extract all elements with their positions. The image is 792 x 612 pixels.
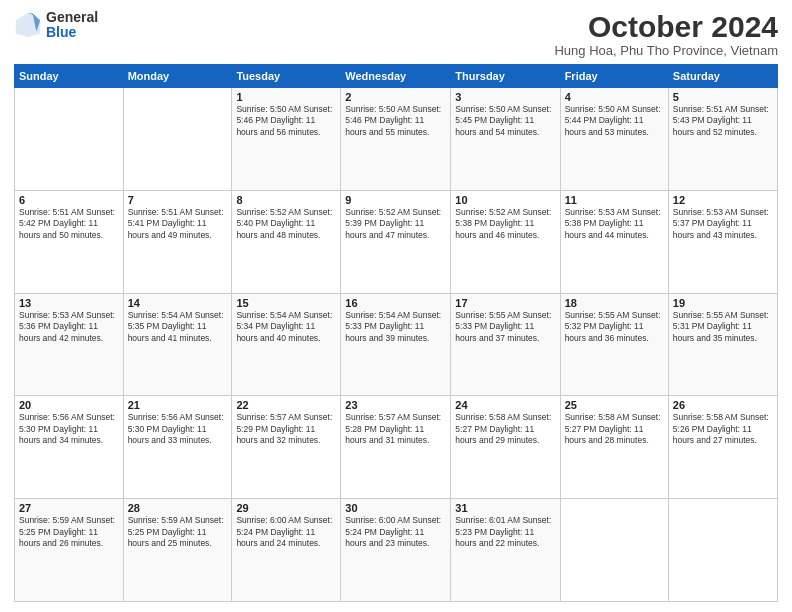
day-info: Sunrise: 5:50 AM Sunset: 5:44 PM Dayligh… (565, 104, 664, 138)
day-number: 30 (345, 502, 446, 514)
day-info: Sunrise: 6:00 AM Sunset: 5:24 PM Dayligh… (345, 515, 446, 549)
day-info: Sunrise: 5:52 AM Sunset: 5:39 PM Dayligh… (345, 207, 446, 241)
day-number: 16 (345, 297, 446, 309)
calendar-cell: 9Sunrise: 5:52 AM Sunset: 5:39 PM Daylig… (341, 190, 451, 293)
day-info: Sunrise: 5:54 AM Sunset: 5:35 PM Dayligh… (128, 310, 228, 344)
day-number: 23 (345, 399, 446, 411)
day-number: 24 (455, 399, 555, 411)
calendar-cell: 22Sunrise: 5:57 AM Sunset: 5:29 PM Dayli… (232, 396, 341, 499)
calendar-cell: 4Sunrise: 5:50 AM Sunset: 5:44 PM Daylig… (560, 88, 668, 191)
calendar-cell: 26Sunrise: 5:58 AM Sunset: 5:26 PM Dayli… (668, 396, 777, 499)
day-number: 19 (673, 297, 773, 309)
day-number: 27 (19, 502, 119, 514)
calendar-cell: 3Sunrise: 5:50 AM Sunset: 5:45 PM Daylig… (451, 88, 560, 191)
weekday-header-saturday: Saturday (668, 65, 777, 88)
day-info: Sunrise: 5:52 AM Sunset: 5:38 PM Dayligh… (455, 207, 555, 241)
calendar-cell: 16Sunrise: 5:54 AM Sunset: 5:33 PM Dayli… (341, 293, 451, 396)
calendar-cell: 23Sunrise: 5:57 AM Sunset: 5:28 PM Dayli… (341, 396, 451, 499)
calendar-cell: 12Sunrise: 5:53 AM Sunset: 5:37 PM Dayli… (668, 190, 777, 293)
calendar-cell: 1Sunrise: 5:50 AM Sunset: 5:46 PM Daylig… (232, 88, 341, 191)
day-info: Sunrise: 5:58 AM Sunset: 5:26 PM Dayligh… (673, 412, 773, 446)
day-number: 15 (236, 297, 336, 309)
day-number: 12 (673, 194, 773, 206)
day-number: 6 (19, 194, 119, 206)
calendar-cell (15, 88, 124, 191)
weekday-header-friday: Friday (560, 65, 668, 88)
day-info: Sunrise: 5:50 AM Sunset: 5:46 PM Dayligh… (236, 104, 336, 138)
calendar-cell: 13Sunrise: 5:53 AM Sunset: 5:36 PM Dayli… (15, 293, 124, 396)
calendar-cell: 25Sunrise: 5:58 AM Sunset: 5:27 PM Dayli… (560, 396, 668, 499)
month-title: October 2024 (554, 10, 778, 43)
day-number: 11 (565, 194, 664, 206)
day-number: 3 (455, 91, 555, 103)
calendar-cell: 7Sunrise: 5:51 AM Sunset: 5:41 PM Daylig… (123, 190, 232, 293)
calendar-cell: 21Sunrise: 5:56 AM Sunset: 5:30 PM Dayli… (123, 396, 232, 499)
day-number: 25 (565, 399, 664, 411)
calendar-cell: 2Sunrise: 5:50 AM Sunset: 5:46 PM Daylig… (341, 88, 451, 191)
calendar-cell: 14Sunrise: 5:54 AM Sunset: 5:35 PM Dayli… (123, 293, 232, 396)
day-info: Sunrise: 5:55 AM Sunset: 5:31 PM Dayligh… (673, 310, 773, 344)
day-info: Sunrise: 5:56 AM Sunset: 5:30 PM Dayligh… (19, 412, 119, 446)
day-info: Sunrise: 5:50 AM Sunset: 5:46 PM Dayligh… (345, 104, 446, 138)
day-number: 13 (19, 297, 119, 309)
day-number: 17 (455, 297, 555, 309)
calendar-cell: 28Sunrise: 5:59 AM Sunset: 5:25 PM Dayli… (123, 499, 232, 602)
weekday-header-sunday: Sunday (15, 65, 124, 88)
weekday-header-thursday: Thursday (451, 65, 560, 88)
calendar-week-4: 20Sunrise: 5:56 AM Sunset: 5:30 PM Dayli… (15, 396, 778, 499)
day-number: 22 (236, 399, 336, 411)
day-info: Sunrise: 5:51 AM Sunset: 5:42 PM Dayligh… (19, 207, 119, 241)
title-section: October 2024 Hung Hoa, Phu Tho Province,… (554, 10, 778, 58)
day-number: 2 (345, 91, 446, 103)
day-info: Sunrise: 5:55 AM Sunset: 5:33 PM Dayligh… (455, 310, 555, 344)
day-number: 18 (565, 297, 664, 309)
day-number: 28 (128, 502, 228, 514)
day-info: Sunrise: 5:51 AM Sunset: 5:41 PM Dayligh… (128, 207, 228, 241)
day-number: 10 (455, 194, 555, 206)
calendar-header: SundayMondayTuesdayWednesdayThursdayFrid… (15, 65, 778, 88)
day-number: 8 (236, 194, 336, 206)
calendar-cell (123, 88, 232, 191)
location-subtitle: Hung Hoa, Phu Tho Province, Vietnam (554, 43, 778, 58)
day-number: 26 (673, 399, 773, 411)
day-info: Sunrise: 5:53 AM Sunset: 5:38 PM Dayligh… (565, 207, 664, 241)
logo-blue-text: Blue (46, 25, 98, 40)
day-number: 1 (236, 91, 336, 103)
day-number: 29 (236, 502, 336, 514)
calendar-body: 1Sunrise: 5:50 AM Sunset: 5:46 PM Daylig… (15, 88, 778, 602)
day-info: Sunrise: 5:58 AM Sunset: 5:27 PM Dayligh… (455, 412, 555, 446)
calendar-cell: 20Sunrise: 5:56 AM Sunset: 5:30 PM Dayli… (15, 396, 124, 499)
day-info: Sunrise: 5:51 AM Sunset: 5:43 PM Dayligh… (673, 104, 773, 138)
calendar-cell: 6Sunrise: 5:51 AM Sunset: 5:42 PM Daylig… (15, 190, 124, 293)
calendar-cell: 15Sunrise: 5:54 AM Sunset: 5:34 PM Dayli… (232, 293, 341, 396)
day-info: Sunrise: 5:59 AM Sunset: 5:25 PM Dayligh… (128, 515, 228, 549)
day-info: Sunrise: 5:52 AM Sunset: 5:40 PM Dayligh… (236, 207, 336, 241)
day-info: Sunrise: 6:01 AM Sunset: 5:23 PM Dayligh… (455, 515, 555, 549)
calendar-cell (560, 499, 668, 602)
day-info: Sunrise: 5:57 AM Sunset: 5:28 PM Dayligh… (345, 412, 446, 446)
calendar-cell: 17Sunrise: 5:55 AM Sunset: 5:33 PM Dayli… (451, 293, 560, 396)
day-info: Sunrise: 5:53 AM Sunset: 5:37 PM Dayligh… (673, 207, 773, 241)
calendar-week-5: 27Sunrise: 5:59 AM Sunset: 5:25 PM Dayli… (15, 499, 778, 602)
logo-general-text: General (46, 10, 98, 25)
day-info: Sunrise: 5:59 AM Sunset: 5:25 PM Dayligh… (19, 515, 119, 549)
day-info: Sunrise: 5:55 AM Sunset: 5:32 PM Dayligh… (565, 310, 664, 344)
day-info: Sunrise: 5:54 AM Sunset: 5:34 PM Dayligh… (236, 310, 336, 344)
weekday-header-monday: Monday (123, 65, 232, 88)
calendar-week-1: 1Sunrise: 5:50 AM Sunset: 5:46 PM Daylig… (15, 88, 778, 191)
calendar-table: SundayMondayTuesdayWednesdayThursdayFrid… (14, 64, 778, 602)
weekday-header-wednesday: Wednesday (341, 65, 451, 88)
calendar-page: General Blue October 2024 Hung Hoa, Phu … (0, 0, 792, 612)
header: General Blue October 2024 Hung Hoa, Phu … (14, 10, 778, 58)
calendar-week-3: 13Sunrise: 5:53 AM Sunset: 5:36 PM Dayli… (15, 293, 778, 396)
day-info: Sunrise: 5:58 AM Sunset: 5:27 PM Dayligh… (565, 412, 664, 446)
day-info: Sunrise: 6:00 AM Sunset: 5:24 PM Dayligh… (236, 515, 336, 549)
calendar-cell: 27Sunrise: 5:59 AM Sunset: 5:25 PM Dayli… (15, 499, 124, 602)
day-number: 9 (345, 194, 446, 206)
calendar-cell: 24Sunrise: 5:58 AM Sunset: 5:27 PM Dayli… (451, 396, 560, 499)
day-number: 14 (128, 297, 228, 309)
logo-icon (14, 11, 42, 39)
logo: General Blue (14, 10, 98, 41)
day-number: 20 (19, 399, 119, 411)
day-info: Sunrise: 5:57 AM Sunset: 5:29 PM Dayligh… (236, 412, 336, 446)
